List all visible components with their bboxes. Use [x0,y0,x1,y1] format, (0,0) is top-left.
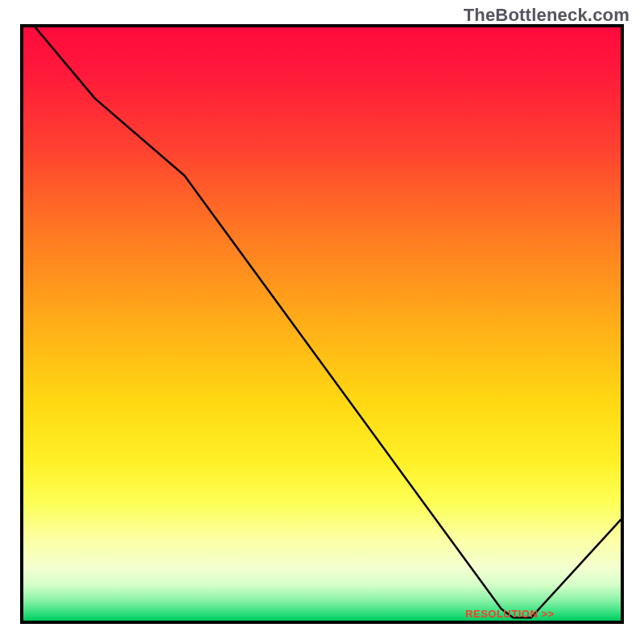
watermark-text: TheBottleneck.com [464,5,630,26]
line-curve [23,27,621,621]
plot-area: RESOLUTION >> [20,24,624,624]
resolution-annotation: RESOLUTION >> [465,608,555,620]
chart-container: TheBottleneck.com RESOLUTION >> [0,0,644,644]
